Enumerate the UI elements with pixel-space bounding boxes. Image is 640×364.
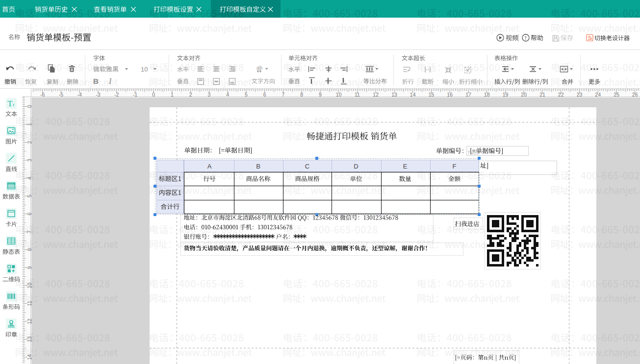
svg-text:8: 8 <box>300 92 303 97</box>
svg-text:C: C <box>305 163 309 170</box>
svg-text:5: 5 <box>26 194 32 197</box>
svg-text:4: 4 <box>226 92 229 97</box>
svg-text:T: T <box>7 99 13 108</box>
svg-text:3: 3 <box>26 159 32 162</box>
svg-text:r: r <box>13 102 15 107</box>
svg-text:21: 21 <box>539 92 545 97</box>
svg-text:20: 20 <box>521 92 527 97</box>
svg-text:23: 23 <box>577 92 583 97</box>
svg-text:-3: -3 <box>96 92 100 97</box>
svg-text:-5: -5 <box>59 92 63 97</box>
svg-text:15: 15 <box>429 92 435 97</box>
svg-text:-6: -6 <box>40 92 45 97</box>
svg-text:E: E <box>403 163 408 170</box>
svg-text:10: 10 <box>141 66 148 73</box>
svg-text:0: 0 <box>152 92 155 97</box>
svg-text:A: A <box>207 163 212 170</box>
svg-text:13: 13 <box>391 92 397 97</box>
svg-text:B: B <box>256 163 260 170</box>
svg-text:22: 22 <box>558 92 564 97</box>
svg-text:11: 11 <box>355 92 360 97</box>
svg-text:-1: -1 <box>133 92 137 97</box>
svg-text:3: 3 <box>207 92 210 97</box>
svg-text:18: 18 <box>484 92 490 97</box>
svg-text:12: 12 <box>26 318 32 324</box>
svg-text:0: 0 <box>26 105 32 108</box>
svg-text:9: 9 <box>26 266 32 269</box>
svg-text:24: 24 <box>595 92 601 97</box>
svg-text:19: 19 <box>503 92 509 97</box>
svg-text:17: 17 <box>465 92 471 97</box>
svg-text:D: D <box>354 163 358 170</box>
svg-text:6: 6 <box>263 92 266 97</box>
svg-text:12: 12 <box>373 92 379 97</box>
svg-text:-2: -2 <box>114 92 119 97</box>
svg-text:F: F <box>453 163 457 170</box>
svg-text:6: 6 <box>26 213 32 216</box>
svg-text:14: 14 <box>26 354 32 360</box>
svg-text:2: 2 <box>26 141 32 144</box>
svg-text:2: 2 <box>189 92 192 97</box>
svg-text:26: 26 <box>632 92 638 97</box>
svg-text:11: 11 <box>26 301 32 306</box>
svg-text:8: 8 <box>26 248 32 251</box>
svg-text:25: 25 <box>614 92 619 97</box>
svg-text:-4: -4 <box>77 92 82 97</box>
svg-text:16: 16 <box>447 92 453 97</box>
svg-text:1: 1 <box>171 92 174 97</box>
svg-text:ab: ab <box>256 65 262 71</box>
svg-text:9: 9 <box>319 92 322 97</box>
svg-text:7: 7 <box>282 92 285 97</box>
svg-text:14: 14 <box>410 92 416 97</box>
svg-text:10: 10 <box>336 92 342 97</box>
svg-text:5: 5 <box>245 92 248 97</box>
